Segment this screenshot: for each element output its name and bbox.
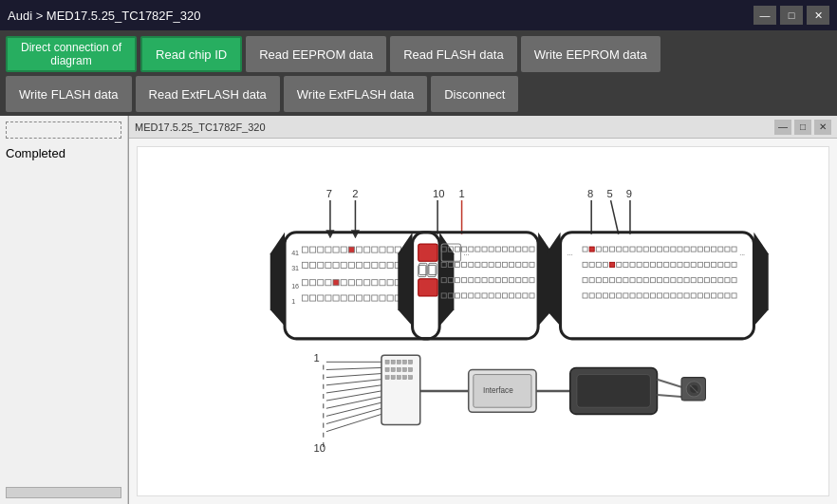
svg-text:10: 10	[433, 188, 444, 199]
sidebar-scrollbar[interactable]	[6, 487, 121, 498]
svg-rect-276	[409, 376, 413, 380]
title-bar-controls: — □ ✕	[753, 6, 829, 25]
write-extflash-button[interactable]: Write ExtFLASH data	[284, 76, 427, 112]
svg-rect-175	[610, 262, 615, 267]
direct-connection-button[interactable]: Direct connection ofdiagram	[6, 36, 137, 72]
read-eeprom-button[interactable]: Read EEPROM data	[246, 36, 386, 72]
svg-rect-23	[348, 247, 354, 252]
svg-rect-270	[402, 367, 406, 371]
svg-rect-263	[391, 360, 395, 364]
title-bar: Audi > MED17.5.25_TC1782F_320 — □ ✕	[0, 0, 837, 30]
disconnect-button[interactable]: Disconnect	[431, 76, 518, 112]
toolbar-row-2: Write FLASH data Read ExtFLASH data Writ…	[6, 76, 831, 112]
status-text: Completed	[6, 144, 121, 162]
inner-minimize-button[interactable]: —	[774, 120, 791, 135]
toolbar: Direct connection ofdiagram Read chip ID…	[0, 30, 837, 116]
close-button[interactable]: ✕	[807, 6, 829, 25]
read-chip-id-button[interactable]: Read chip ID	[140, 36, 242, 72]
label-7: 7	[326, 188, 332, 199]
svg-rect-148	[589, 247, 594, 252]
svg-rect-267	[385, 367, 389, 371]
read-flash-button[interactable]: Read FLASH data	[390, 36, 517, 72]
content-area: Completed MED17.5.25_TC1782F_320 — □ ✕	[0, 116, 837, 504]
svg-rect-79	[418, 244, 437, 261]
left-sidebar: Completed	[0, 116, 128, 504]
inner-window: MED17.5.25_TC1782F_320 — □ ✕ 7 2	[128, 116, 837, 504]
svg-text:31: 31	[291, 265, 299, 272]
svg-rect-283	[577, 375, 650, 408]
toolbar-row-1: Direct connection ofdiagram Read chip ID…	[6, 36, 831, 72]
minimize-button[interactable]: —	[753, 6, 776, 25]
svg-rect-261	[381, 355, 420, 424]
svg-text:1: 1	[291, 298, 295, 306]
window-title: Audi > MED17.5.25_TC1782F_320	[8, 9, 200, 23]
inner-title-bar: MED17.5.25_TC1782F_320 — □ ✕	[129, 116, 837, 139]
svg-text:10: 10	[314, 442, 326, 454]
svg-rect-114	[418, 279, 437, 296]
svg-text:...: ...	[739, 250, 745, 257]
svg-text:...: ...	[567, 250, 573, 257]
maximize-button[interactable]: □	[780, 6, 803, 25]
svg-rect-274	[397, 376, 400, 380]
inner-window-controls: — □ ✕	[774, 120, 831, 135]
write-eeprom-button[interactable]: Write EEPROM data	[521, 36, 660, 72]
svg-text:1: 1	[459, 188, 465, 199]
svg-rect-262	[385, 360, 389, 364]
svg-text:41: 41	[291, 250, 299, 257]
svg-rect-275	[402, 376, 406, 380]
svg-rect-268	[391, 367, 395, 371]
ecu-diagram-svg: 7 2 10 1 8 5 9	[138, 147, 828, 495]
svg-text:5: 5	[606, 188, 612, 199]
svg-text:Interface: Interface	[483, 386, 513, 395]
svg-rect-271	[409, 367, 413, 371]
svg-rect-269	[397, 367, 400, 371]
svg-text:1: 1	[314, 352, 320, 364]
svg-text:16: 16	[291, 283, 299, 290]
svg-rect-272	[385, 376, 389, 380]
svg-rect-264	[397, 360, 400, 364]
inner-maximize-button[interactable]: □	[794, 120, 811, 135]
svg-text:8: 8	[587, 188, 593, 199]
svg-text:9: 9	[626, 188, 632, 199]
read-extflash-button[interactable]: Read ExtFLASH data	[136, 76, 280, 112]
outer-window: Audi > MED17.5.25_TC1782F_320 — □ ✕ Dire…	[0, 0, 837, 504]
svg-rect-51	[333, 280, 339, 286]
svg-rect-273	[391, 376, 395, 380]
sidebar-dashed-border	[6, 121, 121, 139]
label-2: 2	[352, 188, 358, 199]
diagram-container: 7 2 10 1 8 5 9	[137, 146, 829, 496]
inner-window-title: MED17.5.25_TC1782F_320	[135, 121, 266, 133]
svg-rect-0	[144, 147, 822, 495]
write-flash-button[interactable]: Write FLASH data	[6, 76, 132, 112]
svg-rect-265	[402, 360, 406, 364]
svg-rect-266	[409, 360, 413, 364]
inner-close-button[interactable]: ✕	[814, 120, 831, 135]
